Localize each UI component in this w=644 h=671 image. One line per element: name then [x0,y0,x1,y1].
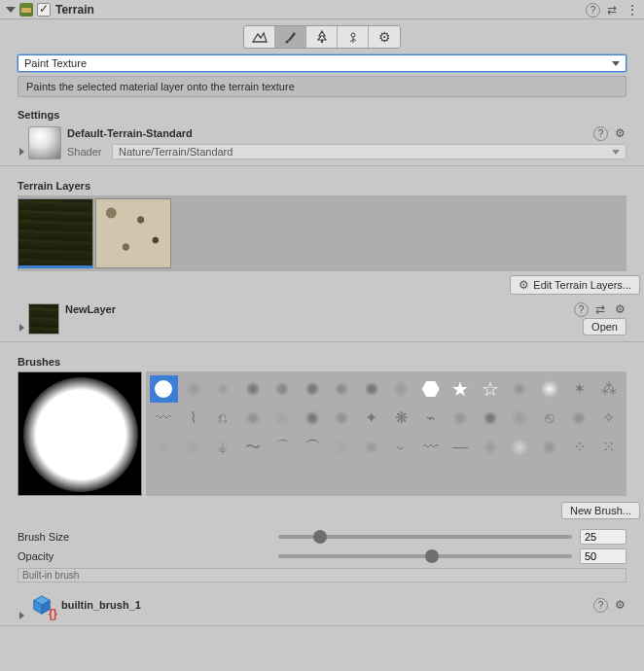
brush-31[interactable]: ✧ [595,405,624,432]
edit-terrain-layers-button[interactable]: Edit Terrain Layers... [510,275,640,295]
brush-22[interactable] [328,405,356,432]
tool-settings[interactable]: ⚙ [369,26,400,48]
opacity-slider[interactable] [278,554,572,558]
brush-27[interactable] [477,405,505,432]
edit-terrain-layers-label: Edit Terrain Layers... [533,279,631,291]
shader-dropdown[interactable]: Nature/Terrain/Standard [112,144,626,159]
brush-5[interactable] [299,375,327,403]
shader-label: Shader [67,146,112,158]
brush-2[interactable] [209,375,237,403]
tool-trees[interactable] [306,26,338,48]
material-gear-icon[interactable] [613,126,626,140]
newlayer-thumbnail[interactable] [28,303,59,335]
brush-16[interactable]: 〰 [150,405,178,432]
new-brush-label: New Brush... [570,505,631,516]
builtin-brush-box: Built-in brush [18,568,626,583]
brush-size-field[interactable] [580,529,626,545]
svg-rect-1 [321,40,323,43]
brush-41[interactable]: 〰 [417,434,446,461]
brush-asset-name: builtin_brush_1 [61,599,588,611]
brush-21[interactable] [299,405,327,432]
brush-25[interactable]: ⌁ [417,405,446,432]
brush-44[interactable] [506,434,534,461]
brush-8[interactable] [387,375,415,403]
component-title: Terrain [55,3,580,17]
tool-paint-texture[interactable] [275,26,306,48]
brush-35[interactable]: 〜 [239,434,268,461]
mountain-icon [252,29,268,45]
brush-28[interactable] [506,405,534,432]
brush-43[interactable] [477,434,505,461]
paint-mode-value: Paint Texture [24,57,87,69]
newlayer-presets-icon[interactable]: ⇄ [593,302,607,316]
brush-23[interactable]: ✦ [358,405,386,432]
brush-12[interactable] [506,375,534,403]
opacity-thumb[interactable] [425,549,439,563]
new-brush-button[interactable]: New Brush... [561,502,640,519]
brush-17[interactable]: ⌇ [180,405,208,432]
terrain-layers-strip [18,195,626,271]
terrain-layers-heading: Terrain Layers [0,176,644,195]
brush-46[interactable]: ⁘ [565,434,593,461]
brush-4[interactable] [268,375,297,403]
brush-1[interactable] [180,375,208,403]
brush-18[interactable]: ⎌ [209,405,237,432]
brush-29[interactable]: ⎋ [536,405,564,432]
brush-20[interactable] [268,405,297,432]
open-button-label: Open [591,321,618,333]
brush-33[interactable] [180,434,208,461]
brush-size-thumb[interactable] [313,530,327,544]
open-button[interactable]: Open [583,318,626,336]
brush-36[interactable]: ⌒ [268,434,297,461]
brush-45[interactable] [536,434,564,461]
shader-value: Nature/Terrain/Standard [119,146,233,158]
brushasset-help-icon[interactable] [593,598,607,612]
newlayer-help-icon[interactable] [574,302,588,316]
brush-24[interactable]: ❋ [387,405,415,432]
brush-15[interactable]: ⁂ [595,375,624,403]
brush-40[interactable]: ⏑ [387,434,415,461]
component-menu-icon[interactable]: ⋮ [625,3,638,17]
brush-34[interactable]: ⏚ [209,434,237,461]
brushasset-foldout[interactable] [19,612,24,619]
paint-mode-dropdown[interactable]: Paint Texture [18,54,626,72]
brush-10[interactable]: ★ [447,375,475,403]
opacity-field[interactable] [580,548,626,564]
brushasset-gear-icon[interactable] [613,598,626,612]
brush-42[interactable]: — [447,434,475,461]
terrain-layer-0[interactable] [18,198,93,268]
material-foldout[interactable] [19,148,24,156]
presets-icon[interactable]: ⇄ [605,3,619,17]
brush-14[interactable]: ✶ [565,375,593,403]
brush-size-slider[interactable] [278,535,572,539]
brush-0[interactable] [150,375,178,403]
brush-6[interactable] [328,375,356,403]
newlayer-gear-icon[interactable] [613,302,626,316]
material-help-icon[interactable] [593,126,607,140]
opacity-label: Opacity [18,550,270,562]
brush-13[interactable] [536,375,564,403]
brush-30[interactable] [565,405,593,432]
component-foldout[interactable] [6,7,16,13]
brush-37[interactable]: ⏜ [299,434,327,461]
brush-39[interactable] [358,434,386,461]
tool-raise-lower[interactable] [244,26,275,48]
newlayer-foldout[interactable] [19,324,24,332]
material-name: Default-Terrain-Standard [67,127,588,139]
brush-47[interactable]: ⁙ [595,434,624,461]
brush-19[interactable] [239,405,268,432]
mode-description: Paints the selected material layer onto … [18,76,626,97]
brush-9[interactable] [417,375,446,403]
help-icon[interactable] [586,3,599,17]
brush-26[interactable] [447,405,475,432]
tool-details[interactable] [338,26,369,48]
brush-7[interactable] [358,375,386,403]
material-thumbnail[interactable] [28,126,61,159]
brush-3[interactable] [239,375,268,403]
brush-11[interactable]: ☆ [477,375,505,403]
component-enable-checkbox[interactable] [37,3,51,17]
brush-38[interactable] [328,434,356,461]
brush-32[interactable] [150,434,178,461]
flower-icon [345,29,361,45]
terrain-layer-1[interactable] [95,198,171,268]
